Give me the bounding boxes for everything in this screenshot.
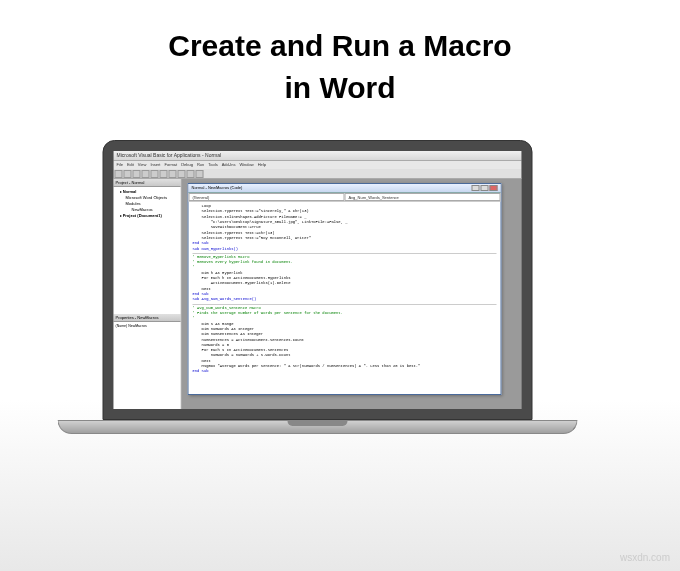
toolbar-button[interactable] [133, 170, 141, 178]
vba-title-text: Microsoft Visual Basic for Applications … [117, 152, 222, 158]
laptop-screen: Microsoft Visual Basic for Applications … [114, 151, 522, 409]
minimize-button[interactable] [472, 185, 480, 191]
code-window-titlebar[interactable]: Normal - NewMacros (Code) [189, 184, 501, 193]
project-tree[interactable]: ▸ Normal Microsoft Word Objects Modules … [114, 187, 181, 314]
laptop-notch [288, 421, 348, 426]
toolbar-button[interactable] [142, 170, 150, 178]
vba-mdi-area: Normal - NewMacros (Code) (General) Avg_… [182, 179, 522, 409]
menu-item-edit[interactable]: Edit [127, 162, 134, 168]
menu-item-add-ins[interactable]: Add-Ins [222, 162, 236, 168]
toolbar-button[interactable] [187, 170, 195, 178]
vba-menu-bar[interactable]: FileEditViewInsertFormatDebugRunToolsAdd… [114, 161, 522, 169]
menu-item-debug[interactable]: Debug [181, 162, 193, 168]
toolbar-button[interactable] [169, 170, 177, 178]
project-panel-header: Project - Normal [114, 179, 181, 187]
code-line[interactable]: End Sub [193, 369, 497, 374]
code-object-proc-selectors: (General) Avg_Num_Words_Sentence [189, 193, 501, 202]
menu-item-insert[interactable]: Insert [150, 162, 160, 168]
code-line[interactable]: Sub Avg_Num_Words_Sentence() [193, 297, 497, 302]
menu-item-window[interactable]: Window [239, 162, 253, 168]
toolbar-button[interactable] [160, 170, 168, 178]
prop-name-label: (Name) [116, 324, 128, 328]
laptop-mockup: Microsoft Visual Basic for Applications … [103, 140, 578, 434]
toolbar-button[interactable] [178, 170, 186, 178]
vba-window-title: Microsoft Visual Basic for Applications … [114, 151, 522, 161]
code-window-title-text: Normal - NewMacros (Code) [192, 185, 243, 191]
vba-toolbar[interactable] [114, 169, 522, 179]
heading-line-2: in Word [284, 71, 395, 104]
toolbar-button[interactable] [115, 170, 123, 178]
menu-item-run[interactable]: Run [197, 162, 204, 168]
window-controls [472, 185, 498, 191]
code-editor[interactable]: Loop Selection.TypeText Text:="Sincerely… [189, 202, 501, 394]
menu-item-help[interactable]: Help [258, 162, 266, 168]
properties-panel[interactable]: (Name) NewMacros [114, 322, 181, 410]
vba-body: Project - Normal ▸ Normal Microsoft Word… [114, 179, 522, 409]
heading-line-1: Create and Run a Macro [168, 29, 511, 62]
code-window: Normal - NewMacros (Code) (General) Avg_… [188, 183, 502, 395]
close-button[interactable] [490, 185, 498, 191]
properties-panel-header: Properties - NewMacros [114, 314, 181, 322]
laptop-base [58, 420, 578, 434]
maximize-button[interactable] [481, 185, 489, 191]
procedure-dropdown[interactable]: Avg_Num_Words_Sentence [345, 193, 501, 201]
prop-name-value[interactable]: NewMacros [128, 324, 146, 328]
toolbar-button[interactable] [196, 170, 204, 178]
watermark: wsxdn.com [620, 552, 670, 563]
toolbar-button[interactable] [151, 170, 159, 178]
laptop-bezel: Microsoft Visual Basic for Applications … [103, 140, 533, 420]
menu-item-tools[interactable]: Tools [208, 162, 217, 168]
page-heading: Create and Run a Macro in Word [0, 0, 680, 109]
menu-item-format[interactable]: Format [164, 162, 177, 168]
menu-item-view[interactable]: View [138, 162, 147, 168]
toolbar-button[interactable] [124, 170, 132, 178]
properties-grid[interactable]: (Name) NewMacros [114, 322, 181, 330]
code-line[interactable]: Sub Num_Hyperlinks() [193, 247, 497, 252]
menu-item-file[interactable]: File [117, 162, 123, 168]
tree-node-project[interactable]: ▸ Project (Document1) [116, 213, 179, 219]
vba-sidebar: Project - Normal ▸ Normal Microsoft Word… [114, 179, 182, 409]
object-dropdown[interactable]: (General) [189, 193, 345, 201]
